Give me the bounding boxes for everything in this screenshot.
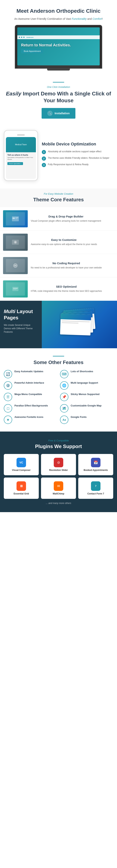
page-card-header-3 [61, 313, 91, 320]
other-features-title: Some Other Features [4, 360, 113, 365]
plugins-label: Free & Compatible [4, 439, 113, 442]
feature-text-3: Fully Responsive layout & Retina Ready [48, 163, 88, 166]
other-feature-title-6: Sticky Menus Supported [71, 393, 100, 396]
other-feature-8: 🗺️ Customizable Google Map [60, 404, 113, 412]
phone-subtext: Specialists Orthopaedics to Meet Your Ne… [7, 157, 34, 161]
divider [53, 82, 64, 83]
other-feature-title-4: Multi language Support [71, 381, 98, 384]
feature-img-2 [3, 234, 28, 251]
phone-heading: Tell us where it hurts [7, 154, 34, 156]
mobile-device-section: Medical Team Tell us where it hurts Spec… [0, 122, 117, 189]
feature-text-2: Easy to Customize Awesome easy-to-use op… [31, 238, 97, 246]
other-feature-3: ⚙️ Powerful Admin Interface [4, 381, 57, 390]
other-feature-title-2: Lots of Shortcodes [71, 370, 93, 373]
page-line-short-3 [62, 322, 78, 323]
plugins-grid: VC Visual Composer ⊘ Revolution Slider 📅… [4, 454, 113, 499]
phone-mockup: Medical Team Tell us where it hurts Spec… [4, 130, 38, 181]
svg-rect-7 [12, 287, 18, 291]
plugin-name-2: Revolution Slider [49, 469, 68, 471]
laptop-screen-title: Return to Normal Activities. [21, 43, 71, 47]
other-feature-5: ☰ Mega Menu Compatible [4, 393, 57, 401]
other-feature-2: ⌨ Lots of Shortcodes [60, 370, 113, 378]
map-icon: 🗺️ [60, 404, 68, 412]
mobile-feature-3: 3 Fully Responsive layout & Retina Ready [42, 163, 113, 167]
feature-num-2: 2 [42, 156, 46, 161]
laptop-book-btn: Book Appointment [21, 49, 43, 54]
mobile-info: Mobile Device Optimization 1 Absolutely … [42, 142, 113, 169]
plugin-name-5: MailChimp [53, 492, 65, 495]
feature-img-4 [3, 280, 28, 298]
feature-row-3: No Coding Required No need to be a profe… [0, 254, 117, 277]
feature-row-2: Easy to Customize Awesome easy-to-use op… [0, 230, 117, 254]
feature-text-1: Absolutely all scrollable sections suppo… [48, 150, 102, 153]
mobile-device-title: Mobile Device Optimization [42, 142, 113, 147]
mobile-feature-2: 2 The theme uses Mobile Friendly sliders… [42, 156, 113, 161]
other-feature-title-5: Mega Menu Compatible [14, 393, 42, 396]
feature-title-3: No Coding Required [31, 261, 102, 265]
install-button[interactable]: 🔧 Installation [42, 108, 75, 119]
hero-section: Meet Anderson Orthopedic Clinic An Aweso… [0, 0, 117, 74]
megamenu-icon: ☰ [4, 393, 12, 401]
other-feature-title-7: Parallax Effect Backgrounds [14, 404, 48, 407]
one-click-title-rest: Import Demo With a Single Click of Your … [21, 91, 111, 103]
feature-desc-1: Visual Composer plugin offers amazing to… [31, 219, 101, 223]
other-features-grid: 🔄 Easy Automatic Updates ⌨ Lots of Short… [4, 370, 113, 424]
feature-text-1: Drag & Drop Page Builder Visual Composer… [31, 215, 101, 223]
stacked-pages [61, 309, 99, 340]
feature-desc-3: No need to be a professional web develop… [31, 266, 102, 269]
phone-img-label: Medical Team [15, 144, 27, 146]
other-feature-title-10: Google Fonts [71, 415, 87, 418]
svg-rect-9 [13, 289, 16, 289]
one-click-section: One Click Installation Easily Import Dem… [0, 74, 117, 122]
multi-title-em: Multi [4, 309, 15, 314]
hero-highlight1: Functionality [72, 17, 87, 20]
feature-text-4: SEO Optimized HTML code integrated into … [31, 285, 102, 293]
other-feature-10: Aa Google Fonts [60, 415, 113, 424]
multi-layout-section: Multi Layout Pages We create Several Uni… [0, 301, 117, 348]
core-features-title: Theme Core Features [0, 197, 117, 203]
booked-icon: 📅 [91, 458, 101, 467]
plugins-section: Free & Compatible Plugins We Support VC … [0, 432, 117, 512]
other-feature-title-8: Customizable Google Map [71, 404, 102, 407]
plugin-card-3: 📅 Booked Appointments [78, 454, 113, 475]
feature-img-1 [3, 210, 28, 227]
plugins-note: ... and many more others [4, 502, 113, 504]
vc-icon: VC [16, 458, 26, 467]
other-features-section: Some Other Features 🔄 Easy Automatic Upd… [0, 348, 117, 432]
feature-text-2: The theme uses Mobile Friendly sliders: … [48, 156, 109, 160]
core-features-section: For Easy Website Creation Theme Core Fea… [0, 189, 117, 301]
one-click-label: One Click Installation [6, 86, 111, 88]
other-feature-title-9: Awesome Fontello Icons [14, 415, 43, 418]
plugin-name-3: Booked Appointments [84, 469, 108, 471]
laptop-mockup: Anderson Return to Normal Activities. Bo… [15, 25, 102, 70]
other-feature-title-1: Easy Automatic Updates [14, 370, 43, 373]
core-features-label: For Easy Website Creation [0, 192, 117, 195]
feature-img-3 [3, 257, 28, 274]
feature-text-3: No Coding Required No need to be a profe… [31, 261, 102, 269]
laptop-base [17, 65, 100, 68]
fonts-icon: Aa [60, 415, 68, 424]
slider-icon: ⊘ [54, 458, 63, 467]
install-icon: 🔧 [47, 111, 52, 116]
plugins-title: Plugins We Support [4, 443, 113, 450]
cf7-icon: 7 [91, 481, 101, 491]
shortcodes-icon: ⌨ [60, 370, 68, 378]
nav-dot-2 [21, 37, 22, 38]
nav-logo: Anderson [27, 36, 33, 38]
other-feature-9: ★ Awesome Fontello Icons [4, 415, 57, 424]
page-card-3 [60, 313, 91, 336]
admin-icon: ⚙️ [4, 381, 12, 390]
page-line-3 [62, 320, 90, 322]
feature-row-1: Drag & Drop Page Builder Visual Composer… [0, 207, 117, 230]
feature-desc-4: HTML code integrated into the theme meet… [31, 289, 102, 293]
nav-dot-3 [23, 37, 25, 38]
svg-rect-1 [12, 217, 15, 219]
plugin-name-6: Contact Form 7 [87, 492, 104, 495]
phone-find-btn[interactable]: Find A Specialist > [7, 162, 23, 165]
mobile-feature-1: 1 Absolutely all scrollable sections sup… [42, 150, 113, 154]
divider-2 [53, 356, 64, 356]
core-features-list: Drag & Drop Page Builder Visual Composer… [0, 207, 117, 301]
nav-dot [19, 37, 20, 38]
plugin-card-5: ✉ MailChimp [41, 477, 76, 499]
multilang-icon: 🌐 [60, 381, 68, 390]
